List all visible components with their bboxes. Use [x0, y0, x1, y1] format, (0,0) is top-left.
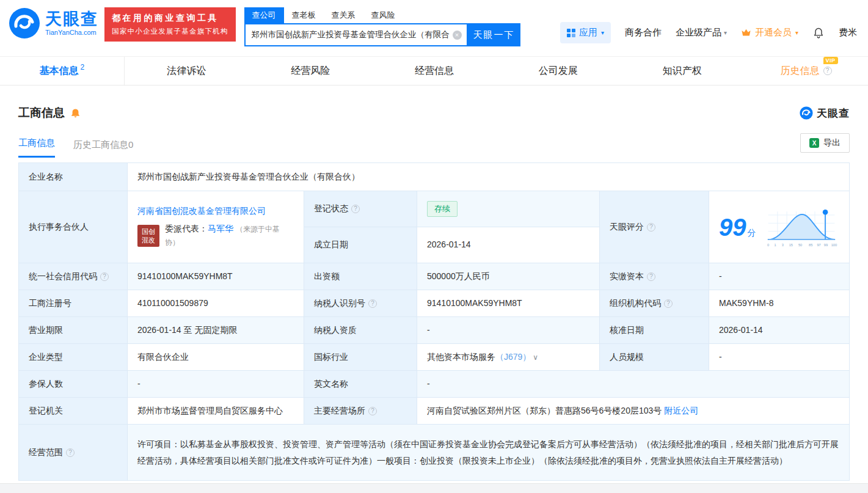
- search-tabs: 查公司 查老板 查关系 查风险: [244, 7, 520, 23]
- clear-search-icon[interactable]: ×: [453, 31, 462, 40]
- tab-operation-risk-label: 经营风险: [291, 65, 330, 78]
- help-icon[interactable]: ?: [823, 67, 832, 75]
- slogan-banner: 都在用的商业查询工具 国家中小企业发展子基金旗下机构: [104, 7, 236, 42]
- value-insured-count: -: [128, 371, 304, 398]
- label-executive-partner: 执行事务合伙人: [19, 191, 128, 263]
- label-business-scope: 经营范围?: [19, 425, 128, 481]
- business-cooperation-link[interactable]: 商务合作: [625, 27, 662, 38]
- main-content: 工商信息 天眼查 工商信息 历史工商信息0 X 导出 企业名称 郑州市国创战新产…: [0, 105, 868, 481]
- tab-legal-proceedings-label: 法律诉讼: [167, 65, 206, 78]
- open-vip-menu[interactable]: 开通会员 ▾: [741, 27, 798, 38]
- help-icon[interactable]: ?: [351, 205, 360, 213]
- label-paid-capital: 实缴资本?: [600, 263, 709, 290]
- svg-text:0: 0: [767, 243, 769, 246]
- open-vip-label: 开通会员: [755, 27, 792, 38]
- label-approve-date: 核准日期: [600, 317, 709, 344]
- label-credit-code: 统一社会信用代码?: [19, 263, 128, 290]
- value-establish-date: 2026-01-14: [417, 227, 600, 263]
- label-industry: 国标行业: [304, 344, 417, 371]
- nearby-companies-link[interactable]: 附近公司: [664, 406, 698, 415]
- help-icon[interactable]: ?: [100, 272, 109, 281]
- help-icon[interactable]: ?: [368, 299, 377, 308]
- label-tianyan-score: 天眼评分?: [600, 191, 709, 263]
- enterprise-products-menu[interactable]: 企业级产品 ▾: [676, 27, 727, 38]
- value-taxpayer-id: 91410100MAK59YHM8T: [417, 290, 600, 317]
- value-tianyan-score: 99分 0 1 3: [709, 191, 850, 263]
- bell-icon: [70, 108, 81, 119]
- tianyancha-logo[interactable]: 天眼查 TianYanCha.com: [9, 7, 98, 39]
- value-paid-capital: -: [709, 263, 850, 290]
- export-button[interactable]: X 导出: [800, 133, 850, 153]
- search-button[interactable]: 天眼一下: [468, 23, 520, 46]
- value-registration-status: 存续: [417, 191, 600, 227]
- value-business-scope: 许可项目：以私募基金从事股权投资、投资管理、资产管理等活动（须在中国证券投资基金…: [128, 425, 850, 481]
- label-taxpayer-quality: 纳税人资质: [304, 317, 417, 344]
- header-right-menu: 应用 ▾ 商务合作 企业级产品 ▾ 开通会员 ▾ 费米: [560, 22, 857, 43]
- partner-company-link[interactable]: 河南省国创混改基金管理有限公司: [137, 205, 266, 217]
- svg-text:3: 3: [781, 243, 783, 246]
- help-icon[interactable]: ?: [647, 272, 655, 281]
- value-org-code: MAK59YHM-8: [709, 290, 850, 317]
- help-icon[interactable]: ?: [647, 223, 655, 232]
- value-registration-number: 410110001509879: [128, 290, 304, 317]
- chevron-down-icon: ▾: [601, 29, 604, 36]
- tianyancha-logo-icon: [9, 7, 40, 39]
- label-company-name: 企业名称: [19, 163, 128, 191]
- score-distribution-chart: 0 1 3 15 50 85 97 99 100: [764, 206, 839, 249]
- tab-intellectual-property-label: 知识产权: [663, 65, 702, 78]
- monitor-bell-button[interactable]: [70, 108, 81, 119]
- delegate-person-link[interactable]: 马军华: [208, 224, 233, 233]
- tab-basic-info[interactable]: 基本信息 2: [0, 57, 125, 85]
- search-tab-company[interactable]: 查公司: [244, 7, 284, 23]
- search-tab-risk[interactable]: 查风险: [363, 7, 403, 23]
- tab-operation-info[interactable]: 经营信息: [373, 57, 497, 85]
- search-box: ×: [244, 23, 468, 46]
- help-icon[interactable]: ?: [368, 407, 377, 415]
- help-icon[interactable]: ?: [664, 299, 673, 308]
- label-business-address: 主要经营场所?: [304, 398, 417, 425]
- industry-code-link[interactable]: （J679）: [495, 352, 531, 362]
- industry-expand-icon[interactable]: ∨: [533, 353, 538, 362]
- notification-bell-button[interactable]: [812, 27, 825, 39]
- search-tab-boss[interactable]: 查老板: [284, 7, 324, 23]
- value-taxpayer-quality: -: [417, 317, 600, 344]
- search-tab-relation[interactable]: 查关系: [324, 7, 363, 23]
- tab-company-development[interactable]: 公司发展: [496, 57, 620, 85]
- label-taxpayer-id: 纳税人识别号?: [304, 290, 417, 317]
- vip-badge: VIP: [823, 57, 838, 64]
- value-company-name: 郑州市国创战新产业投资母基金管理合伙企业（有限合伙）: [128, 163, 850, 191]
- svg-text:15: 15: [789, 243, 792, 246]
- apps-menu[interactable]: 应用 ▾: [560, 22, 611, 43]
- tab-basic-info-label: 基本信息: [40, 65, 79, 78]
- tab-intellectual-property[interactable]: 知识产权: [620, 57, 744, 85]
- svg-text:100: 100: [831, 243, 837, 246]
- business-cooperation-label: 商务合作: [625, 27, 662, 38]
- tab-operation-risk[interactable]: 经营风险: [249, 57, 373, 85]
- brand-watermark: 天眼查: [800, 106, 850, 120]
- label-registration-authority: 登记机关: [19, 398, 128, 425]
- tab-operation-info-label: 经营信息: [415, 65, 454, 78]
- subtab-history-business-info[interactable]: 历史工商信息0: [73, 139, 133, 158]
- value-business-address: 河南自贸试验区郑州片区（郑东）普惠路56号6号楼20层103号 附近公司: [417, 398, 850, 425]
- brand-text: 天眼查: [817, 106, 850, 120]
- label-english-name: 英文名称: [304, 371, 417, 398]
- export-label: 导出: [823, 137, 841, 148]
- business-info-subtabs: 工商信息 历史工商信息0 X 导出: [18, 133, 850, 158]
- user-account-menu[interactable]: 费米: [839, 27, 857, 38]
- value-registration-authority: 郑州市市场监督管理局自贸区服务中心: [128, 398, 304, 425]
- subtab-business-info[interactable]: 工商信息: [18, 137, 55, 158]
- help-icon[interactable]: ?: [66, 448, 75, 457]
- label-insured-count: 参保人数: [19, 371, 128, 398]
- svg-text:50: 50: [798, 243, 801, 246]
- apps-label: 应用: [579, 27, 597, 38]
- tab-legal-proceedings[interactable]: 法律诉讼: [125, 57, 249, 85]
- apps-grid-icon: [567, 29, 575, 37]
- tab-history-info[interactable]: 历史信息 VIP ?: [744, 57, 868, 85]
- partner-company-logo: 国创混改: [137, 225, 159, 247]
- page-footer-strip: [0, 483, 868, 493]
- search-input[interactable]: [252, 31, 453, 40]
- svg-text:99: 99: [823, 243, 827, 246]
- company-nav-tabs: 基本信息 2 法律诉讼 经营风险 经营信息 公司发展 知识产权 历史信息 VIP…: [0, 56, 868, 86]
- value-credit-code: 91410100MAK59YHM8T: [128, 263, 304, 290]
- value-english-name: -: [417, 371, 850, 398]
